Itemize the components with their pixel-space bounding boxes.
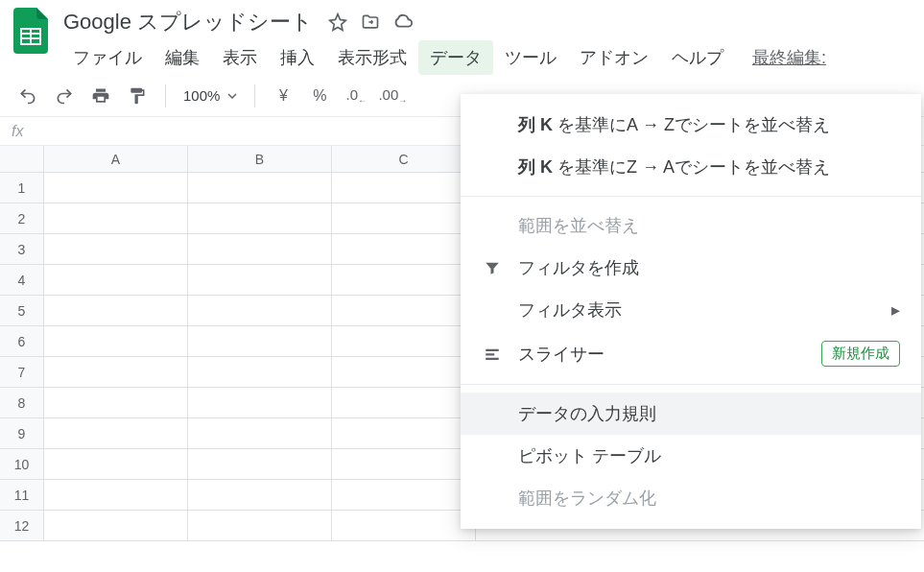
cell[interactable] (44, 480, 188, 510)
menu-format[interactable]: 表示形式 (326, 40, 418, 75)
select-all-corner[interactable] (0, 146, 44, 172)
cell[interactable] (332, 203, 476, 233)
cell[interactable] (332, 480, 476, 510)
cell[interactable] (332, 234, 476, 264)
cell[interactable] (188, 173, 332, 203)
row-header[interactable]: 10 (0, 449, 44, 479)
cell[interactable] (188, 418, 332, 448)
svg-rect-5 (486, 353, 494, 355)
menu-addons[interactable]: アドオン (568, 40, 660, 75)
new-badge: 新規作成 (821, 341, 900, 367)
cell[interactable] (44, 511, 188, 540)
zoom-value: 100% (183, 87, 220, 104)
increase-decimal-button[interactable]: .00→ (376, 80, 409, 112)
cell[interactable] (44, 357, 188, 387)
redo-button[interactable] (48, 80, 81, 112)
column-header[interactable]: C (332, 146, 476, 172)
row-header[interactable]: 8 (0, 388, 44, 417)
row-header[interactable]: 11 (0, 480, 44, 510)
cloud-status-icon[interactable] (390, 9, 416, 36)
paint-format-button[interactable] (121, 80, 154, 112)
submenu-arrow-icon: ▸ (891, 299, 900, 321)
row-header[interactable]: 12 (0, 511, 44, 540)
cell[interactable] (332, 173, 476, 203)
cell[interactable] (44, 173, 188, 203)
cell[interactable] (332, 296, 476, 325)
cell[interactable] (188, 480, 332, 510)
filter-icon (482, 259, 503, 276)
zoom-selector[interactable]: 100% (178, 87, 243, 104)
format-percent-button[interactable]: % (303, 80, 336, 112)
cell[interactable] (44, 265, 188, 295)
cell[interactable] (332, 265, 476, 295)
cell[interactable] (188, 326, 332, 356)
row-header[interactable]: 7 (0, 357, 44, 387)
star-icon[interactable] (324, 9, 351, 36)
cell[interactable] (44, 418, 188, 448)
menu-randomize-range: 範囲をランダム化 (461, 477, 921, 519)
last-edit-link[interactable]: 最終編集: (752, 46, 826, 69)
cell[interactable] (44, 326, 188, 356)
cell[interactable] (332, 326, 476, 356)
row-header[interactable]: 5 (0, 296, 44, 325)
menu-create-filter[interactable]: フィルタを作成 (461, 247, 921, 289)
menu-sort-az[interactable]: 列 K を基準にA → Zでシートを並べ替え (461, 104, 921, 146)
cell[interactable] (188, 388, 332, 417)
chevron-down-icon (227, 91, 237, 101)
menu-pivot-table[interactable]: ピボット テーブル (461, 435, 921, 477)
slicer-icon (482, 346, 503, 363)
menu-tools[interactable]: ツール (493, 40, 568, 75)
cell[interactable] (188, 357, 332, 387)
column-header[interactable]: B (188, 146, 332, 172)
cell[interactable] (44, 203, 188, 233)
svg-rect-6 (486, 357, 499, 359)
row-header[interactable]: 3 (0, 234, 44, 264)
menu-view[interactable]: 表示 (211, 40, 269, 75)
undo-button[interactable] (12, 80, 44, 112)
menu-divider (461, 384, 921, 385)
menu-slicer[interactable]: スライサー 新規作成 (461, 331, 921, 376)
print-button[interactable] (84, 80, 117, 112)
cell[interactable] (188, 511, 332, 540)
menubar: ファイル 編集 表示 挿入 表示形式 データ ツール アドオン ヘルプ 最終編集… (58, 40, 916, 75)
menu-edit[interactable]: 編集 (154, 40, 211, 75)
toolbar-separator (254, 84, 255, 107)
cell[interactable] (332, 449, 476, 479)
menu-help[interactable]: ヘルプ (660, 40, 735, 75)
fx-label: fx (12, 123, 42, 140)
cell[interactable] (188, 234, 332, 264)
cell[interactable] (188, 265, 332, 295)
row-header[interactable]: 9 (0, 418, 44, 448)
cell[interactable] (332, 388, 476, 417)
menu-insert[interactable]: 挿入 (269, 40, 326, 75)
svg-rect-4 (486, 348, 499, 350)
document-title[interactable]: Google スプレッドシート (58, 6, 319, 38)
cell[interactable] (188, 296, 332, 325)
cell[interactable] (44, 388, 188, 417)
row-header[interactable]: 2 (0, 203, 44, 233)
menu-sort-za[interactable]: 列 K を基準にZ → Aでシートを並べ替え (461, 146, 921, 188)
decrease-decimal-button[interactable]: .0← (340, 80, 372, 112)
menu-file[interactable]: ファイル (61, 40, 154, 75)
cell[interactable] (44, 296, 188, 325)
cell[interactable] (44, 234, 188, 264)
menu-filter-view[interactable]: フィルタ表示 ▸ (461, 289, 921, 331)
cell[interactable] (332, 511, 476, 540)
column-header[interactable]: A (44, 146, 188, 172)
menu-data-validation[interactable]: データの入力規則 (461, 393, 921, 435)
sheets-logo[interactable] (8, 8, 54, 54)
move-to-folder-icon[interactable] (357, 9, 384, 36)
cell[interactable] (188, 449, 332, 479)
cell[interactable] (44, 449, 188, 479)
menu-sort-range: 範囲を並べ替え (461, 204, 921, 247)
row-header[interactable]: 4 (0, 265, 44, 295)
cell[interactable] (332, 357, 476, 387)
cell[interactable] (188, 203, 332, 233)
format-currency-button[interactable]: ¥ (267, 80, 299, 112)
menu-data[interactable]: データ (418, 40, 493, 75)
cell[interactable] (332, 418, 476, 448)
row-header[interactable]: 6 (0, 326, 44, 356)
row-header[interactable]: 1 (0, 173, 44, 203)
menu-divider (461, 196, 921, 197)
toolbar-separator (165, 84, 166, 107)
